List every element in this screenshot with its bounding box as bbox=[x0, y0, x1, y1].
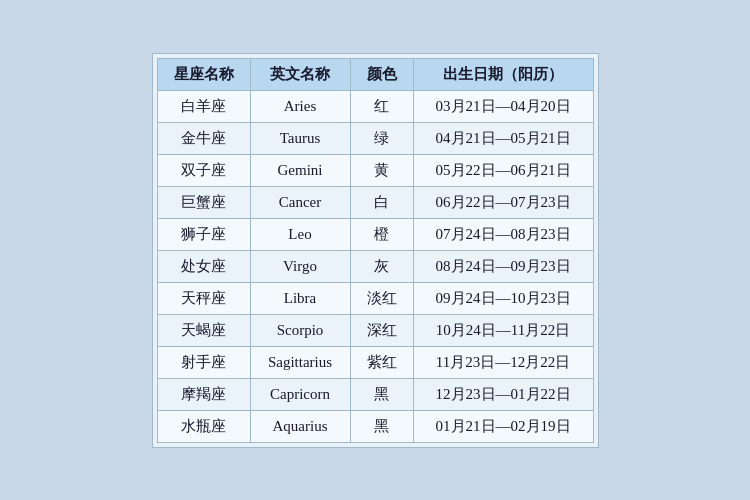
cell-date: 08月24日—09月23日 bbox=[413, 250, 593, 282]
header-date: 出生日期（阳历） bbox=[413, 58, 593, 90]
cell-color: 白 bbox=[350, 186, 413, 218]
header-row: 星座名称 英文名称 颜色 出生日期（阳历） bbox=[157, 58, 593, 90]
table-header: 星座名称 英文名称 颜色 出生日期（阳历） bbox=[157, 58, 593, 90]
cell-color: 淡红 bbox=[350, 282, 413, 314]
table-row: 双子座Gemini黄05月22日—06月21日 bbox=[157, 154, 593, 186]
cell-date: 06月22日—07月23日 bbox=[413, 186, 593, 218]
cell-date: 04月21日—05月21日 bbox=[413, 122, 593, 154]
cell-chinese: 狮子座 bbox=[157, 218, 250, 250]
cell-date: 03月21日—04月20日 bbox=[413, 90, 593, 122]
cell-date: 09月24日—10月23日 bbox=[413, 282, 593, 314]
cell-english: Scorpio bbox=[250, 314, 350, 346]
cell-color: 红 bbox=[350, 90, 413, 122]
cell-english: Taurus bbox=[250, 122, 350, 154]
table-row: 处女座Virgo灰08月24日—09月23日 bbox=[157, 250, 593, 282]
cell-date: 11月23日—12月22日 bbox=[413, 346, 593, 378]
table-row: 天蝎座Scorpio深红10月24日—11月22日 bbox=[157, 314, 593, 346]
table-row: 金牛座Taurus绿04月21日—05月21日 bbox=[157, 122, 593, 154]
cell-chinese: 巨蟹座 bbox=[157, 186, 250, 218]
table-row: 狮子座Leo橙07月24日—08月23日 bbox=[157, 218, 593, 250]
cell-english: Cancer bbox=[250, 186, 350, 218]
cell-color: 黄 bbox=[350, 154, 413, 186]
cell-color: 橙 bbox=[350, 218, 413, 250]
table-row: 巨蟹座Cancer白06月22日—07月23日 bbox=[157, 186, 593, 218]
cell-date: 05月22日—06月21日 bbox=[413, 154, 593, 186]
cell-english: Libra bbox=[250, 282, 350, 314]
cell-color: 灰 bbox=[350, 250, 413, 282]
cell-date: 12月23日—01月22日 bbox=[413, 378, 593, 410]
header-english: 英文名称 bbox=[250, 58, 350, 90]
header-chinese: 星座名称 bbox=[157, 58, 250, 90]
cell-color: 绿 bbox=[350, 122, 413, 154]
cell-chinese: 金牛座 bbox=[157, 122, 250, 154]
table-row: 水瓶座Aquarius黑01月21日—02月19日 bbox=[157, 410, 593, 442]
cell-date: 01月21日—02月19日 bbox=[413, 410, 593, 442]
cell-english: Aquarius bbox=[250, 410, 350, 442]
table-row: 摩羯座Capricorn黑12月23日—01月22日 bbox=[157, 378, 593, 410]
cell-color: 黑 bbox=[350, 410, 413, 442]
cell-date: 07月24日—08月23日 bbox=[413, 218, 593, 250]
cell-chinese: 摩羯座 bbox=[157, 378, 250, 410]
cell-color: 黑 bbox=[350, 378, 413, 410]
cell-english: Leo bbox=[250, 218, 350, 250]
header-color: 颜色 bbox=[350, 58, 413, 90]
table-row: 射手座Sagittarius紫红11月23日—12月22日 bbox=[157, 346, 593, 378]
cell-english: Capricorn bbox=[250, 378, 350, 410]
cell-english: Sagittarius bbox=[250, 346, 350, 378]
table-row: 天秤座Libra淡红09月24日—10月23日 bbox=[157, 282, 593, 314]
zodiac-table: 星座名称 英文名称 颜色 出生日期（阳历） 白羊座Aries红03月21日—04… bbox=[157, 58, 594, 443]
cell-english: Gemini bbox=[250, 154, 350, 186]
zodiac-table-container: 星座名称 英文名称 颜色 出生日期（阳历） 白羊座Aries红03月21日—04… bbox=[152, 53, 599, 448]
cell-chinese: 处女座 bbox=[157, 250, 250, 282]
cell-english: Aries bbox=[250, 90, 350, 122]
cell-date: 10月24日—11月22日 bbox=[413, 314, 593, 346]
cell-chinese: 天秤座 bbox=[157, 282, 250, 314]
table-row: 白羊座Aries红03月21日—04月20日 bbox=[157, 90, 593, 122]
cell-chinese: 射手座 bbox=[157, 346, 250, 378]
cell-color: 紫红 bbox=[350, 346, 413, 378]
cell-english: Virgo bbox=[250, 250, 350, 282]
cell-chinese: 水瓶座 bbox=[157, 410, 250, 442]
cell-chinese: 双子座 bbox=[157, 154, 250, 186]
cell-chinese: 天蝎座 bbox=[157, 314, 250, 346]
table-body: 白羊座Aries红03月21日—04月20日金牛座Taurus绿04月21日—0… bbox=[157, 90, 593, 442]
cell-chinese: 白羊座 bbox=[157, 90, 250, 122]
cell-color: 深红 bbox=[350, 314, 413, 346]
